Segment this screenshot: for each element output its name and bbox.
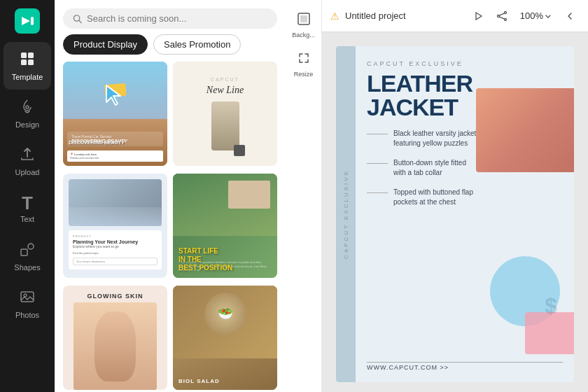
lj-feature-3: Topped with buttoned flap pockets at the… [367,188,563,207]
template-card-newline[interactable]: CAPCUT New Line [173,62,277,166]
svg-rect-7 [21,249,27,255]
back-button[interactable] [560,6,580,26]
lj-image-block [476,88,574,172]
svg-rect-1 [31,17,34,25]
sidebar-item-text[interactable]: T Text [4,185,51,232]
svg-point-10 [24,294,27,297]
newline-title: New Line [206,85,244,96]
feature-line-2 [367,163,388,164]
svg-point-6 [26,106,29,108]
share-button[interactable] [492,6,512,26]
svg-rect-5 [28,59,34,65]
sidebar-item-design[interactable]: Design [4,90,51,137]
svg-line-19 [499,13,504,15]
search-icon [73,14,82,24]
sidebar-label-photos: Photos [15,311,39,319]
lj-brand: CAPCUT EXCLUSIVE [367,60,563,67]
sidebar-item-template[interactable]: Template [4,42,51,90]
resize-tool[interactable]: Resize [290,46,318,83]
preview-panel: ⚠ Untitled project [322,0,588,392]
sidebar-label-shapes: Shapes [14,263,40,272]
svg-point-18 [497,15,499,17]
filter-buttons: Product Display Sales Promotion [55,34,286,62]
filter-sales-promotion[interactable]: Sales Promotion [153,34,241,55]
background-tool[interactable]: Backg... [290,7,318,43]
search-bar [55,0,286,34]
template-card-journey[interactable]: Product Planning Your Next Journey Explo… [63,174,167,278]
tools-sidebar: Backg... Resize [286,0,322,392]
resize-icon [297,51,311,69]
newline-brand: CAPCUT [211,77,239,82]
svg-rect-2 [21,52,27,58]
feature-line-1 [367,134,388,134]
sidebar: Template Design Upload T Text [0,0,55,392]
lj-side-text: CAPCUT EXCLUSIVE [343,169,349,259]
svg-point-17 [504,18,506,20]
svg-rect-14 [300,15,307,22]
sidebar-label-text: Text [20,215,34,223]
template-card-skin[interactable]: GLOWING SKIN [63,286,167,390]
sidebar-label-upload: Upload [15,168,40,176]
warning-icon: ⚠ [330,10,340,22]
search-input[interactable] [87,13,267,24]
share-icon [496,10,507,22]
svg-line-12 [79,20,81,22]
lj-image [476,88,574,172]
lj-feature-text-2: Button-down style fitted with a tab coll… [393,158,477,178]
leather-jacket-template: CAPCUT EXCLUSIVE CAPCUT EXCLUSIVE LEATHE… [336,46,574,382]
template-panel: Product Display Sales Promotion Travel R… [55,0,286,392]
sidebar-label-template: Template [12,73,43,81]
resize-label: Resize [294,71,314,78]
svg-marker-15 [476,13,482,20]
back-icon [564,10,575,22]
svg-rect-3 [28,52,34,58]
preview-title: Untitled project [345,10,463,21]
lj-feature-text-1: Black leather varsity jacket featuring y… [393,129,477,148]
zoom-selector[interactable]: 100% [516,8,556,23]
canvas-area[interactable]: CAPCUT EXCLUSIVE CAPCUT EXCLUSIVE LEATHE… [322,32,588,392]
svg-line-20 [499,16,504,18]
sidebar-item-shapes[interactable]: Shapes [4,232,51,280]
sidebar-item-photos[interactable]: Photos [4,280,51,328]
shapes-icon [19,241,36,260]
lj-dollar-sign: $ [545,293,557,319]
topbar-actions: 100% [468,6,580,26]
play-button[interactable] [468,6,488,26]
svg-point-8 [28,244,34,249]
template-card-salad[interactable]: CAPCUT 🥗 BIOL SALAD [173,286,277,390]
background-icon [297,12,311,29]
filter-product-display[interactable]: Product Display [63,34,148,55]
template-icon [19,50,36,70]
background-label: Backg... [292,31,315,38]
lj-bottom-line [367,362,563,363]
play-icon [472,10,484,22]
template-card-travel[interactable]: Travel Rental Car Service DISCOVERING BE… [63,62,167,166]
app-logo[interactable] [13,7,41,35]
design-icon [19,98,36,118]
text-icon: T [22,194,33,212]
zoom-value: 100% [520,10,543,21]
search-wrapper[interactable] [63,8,277,29]
lj-main-content: CAPCUT EXCLUSIVE LEATHER JACKET Black le… [356,46,574,382]
lj-website: WWW.CAPCUT.COM [367,364,449,371]
chevron-down-icon [545,13,552,20]
feature-line-3 [367,192,388,193]
svg-point-16 [504,11,506,13]
preview-topbar: ⚠ Untitled project [322,0,588,32]
preview-area: Backg... Resize ⚠ Untitled project [286,0,588,392]
svg-rect-4 [21,59,27,65]
template-card-start[interactable]: START LIFEIN THEBEST POSITION Close to p… [173,174,277,278]
upload-icon [19,146,36,165]
lj-side-strip: CAPCUT EXCLUSIVE [336,46,356,382]
sidebar-item-upload[interactable]: Upload [4,137,51,185]
lj-feature-text-3: Topped with buttoned flap pockets at the… [393,188,477,207]
templates-grid: Travel Rental Car Service DISCOVERING BE… [55,62,286,392]
photos-icon [19,288,36,308]
sidebar-label-design: Design [15,120,39,129]
